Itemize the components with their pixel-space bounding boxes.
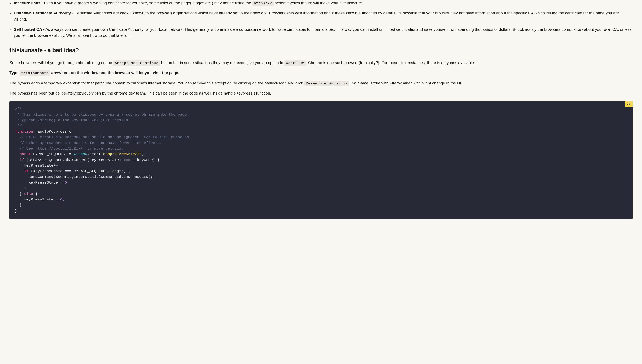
code-token: (keyPressState === BYPASS_SEQUENCE.lengt… <box>29 169 130 173</box>
code-token: (BYPASS_SEQUENCE.charCodeAt(keyPressStat… <box>24 158 160 162</box>
paragraph: The bypass has been put deliberately(obv… <box>10 90 632 96</box>
code-token: const <box>15 152 31 156</box>
reason-text: scheme which in turn will make your site… <box>274 1 363 5</box>
paragraph-bold: Type thisisunsafe anywhere on the window… <box>10 70 632 76</box>
code-line: } <box>15 203 22 207</box>
code-token: function <box>15 130 33 134</box>
reason-term: Unknown Certificate Authority <box>14 11 71 15</box>
reason-text: - As always you can create your own Cert… <box>14 27 631 38</box>
code-token: .atob( <box>87 152 101 156</box>
paragraph: Some browsers will let you go through af… <box>10 60 632 66</box>
text: button but in some situations they may n… <box>160 60 284 65</box>
reason-term: Self hosted CA <box>14 27 42 32</box>
paragraph: The bypass adds a temporary exception fo… <box>10 80 632 86</box>
list-item: Unknown Certificate Authority - Certific… <box>13 10 632 22</box>
article-body: Insecure links - Even if you have a prop… <box>0 0 642 219</box>
inline-code: Re-enable Warnings <box>304 81 349 86</box>
code-token: } <box>15 192 24 196</box>
code-line: } <box>15 186 27 190</box>
handle-keypress-link[interactable]: handleKeypress() <box>224 91 255 96</box>
inline-code: https:// <box>252 1 274 6</box>
inline-code: Continue <box>284 60 306 66</box>
code-language-badge: JS <box>625 101 632 107</box>
inline-code: Accept and Continue <box>113 60 160 66</box>
code-token: keyPressState = <box>15 198 60 202</box>
code-token: 'dGhpc2lzdW5zYWZl' <box>101 152 142 156</box>
code-token: if <box>15 169 29 173</box>
code-line: // See https://goo.gl/ZcZixP for more de… <box>15 146 123 151</box>
reason-text: - Certificate Authorities are known(know… <box>14 11 619 22</box>
reason-term: Insecure links <box>14 1 40 5</box>
code-token: 0 <box>65 180 67 184</box>
code-token: handleKeypress(e) { <box>33 130 78 134</box>
code-line: } <box>15 209 18 213</box>
code-line: // HTTPS errors are serious and should n… <box>15 135 191 139</box>
exit-fullscreen-icon[interactable] <box>630 5 637 12</box>
list-item: Insecure links - Even if you have a prop… <box>13 0 632 6</box>
code-block: /** * This allows errors to be skippped … <box>10 101 632 219</box>
code-token: ; <box>67 180 70 184</box>
text: . Chrome is one such browser(Ironically?… <box>306 60 475 65</box>
code-token: keyPressState = <box>15 180 65 184</box>
code-token: else <box>24 192 33 196</box>
reasons-list: Insecure links - Even if you have a prop… <box>10 0 632 39</box>
text: The bypass has been put deliberately(obv… <box>10 91 224 96</box>
code-line: keyPressState++; <box>15 164 60 168</box>
code-token: if <box>15 158 24 162</box>
code-token: ; <box>63 198 65 202</box>
code-token: { <box>33 192 38 196</box>
section-heading: thisisunsafe - a bad idea? <box>10 46 632 55</box>
list-item: Self hosted CA - As always you can creat… <box>13 26 632 39</box>
reason-text: - Even if you have a properly working ce… <box>40 1 252 5</box>
code-line: */ <box>15 124 22 128</box>
code-token: ); <box>142 152 146 156</box>
inline-code: thisisunsafe <box>20 70 50 76</box>
text: anywhere on the window and the browser w… <box>50 70 179 75</box>
code-line: * This allows errors to be skippped by t… <box>15 112 189 117</box>
code-token: 0 <box>60 198 63 202</box>
code-line: // other approaches are both safer and h… <box>15 141 162 145</box>
text: Some browsers will let you go through af… <box>10 60 113 65</box>
code-block-container: JS /** * This allows errors to be skippp… <box>10 101 632 219</box>
code-token: BYPASS_SEQUENCE = <box>31 152 74 156</box>
text: function. <box>255 91 271 96</box>
code-line: sendCommand(SecurityInterstitialCommandI… <box>15 175 153 179</box>
text: The bypass adds a temporary exception fo… <box>10 81 304 85</box>
code-line: * @param {string} e The key that was jus… <box>15 118 130 122</box>
code-line: /** <box>15 107 22 111</box>
text: Type <box>10 70 20 75</box>
text: link. Same is true with Firefox albeit w… <box>349 81 462 85</box>
code-token: window <box>74 152 87 156</box>
